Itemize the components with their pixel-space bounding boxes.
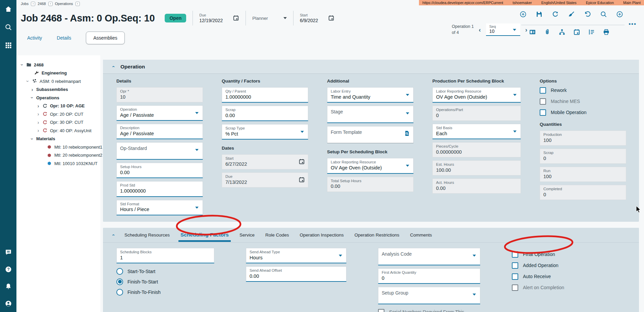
scrap-field[interactable]: Scrap 0.00 [222, 106, 308, 121]
tree-item-operations[interactable]: › Operations [20, 94, 100, 102]
radio-icon[interactable] [116, 268, 123, 275]
operation-dropdown[interactable]: Operation Age / Passivate [116, 105, 203, 121]
radio-finish-to-start[interactable]: Finish-To-Start [116, 278, 214, 285]
tree-item-operation-20[interactable]: › Opr: 20 OP: CUT [20, 110, 100, 118]
tab-comments[interactable]: Comments [410, 232, 432, 238]
save-icon[interactable] [536, 11, 543, 18]
notifications-bell-icon[interactable] [5, 283, 12, 290]
tree-item-materials[interactable]: › Materials [20, 135, 100, 143]
chevron-expanded-icon[interactable]: › [25, 80, 30, 83]
chevron-expanded-icon[interactable]: › [20, 63, 24, 66]
scrap-type-dropdown[interactable]: Scrap Type % Pct [222, 124, 308, 140]
op-standard-dropdown[interactable]: Op-Standard [116, 142, 203, 160]
tree-item-material-10010[interactable]: Mtl: 10010 1032KNUT [20, 159, 100, 168]
rework-checkbox[interactable]: Rework [540, 87, 626, 94]
home-icon[interactable] [5, 5, 12, 13]
tree-item-subassemblies[interactable]: › Subassemblies [20, 86, 100, 94]
added-operation-checkbox[interactable]: Added Operation [512, 262, 602, 269]
checkbox-icon[interactable] [540, 87, 546, 94]
tab-details[interactable]: Details [57, 35, 71, 41]
radio-start-to-start[interactable]: Start-To-Start [116, 268, 214, 275]
first-article-quantity-field[interactable]: First Article Quantity 0 [378, 268, 480, 284]
chevron-collapsed-icon[interactable]: › [37, 104, 40, 108]
collapse-panel-icon[interactable]: › [110, 66, 116, 67]
planner-dropdown[interactable]: Planner [252, 16, 287, 21]
calendar-icon[interactable] [233, 15, 239, 21]
tree-view-icon[interactable] [588, 29, 595, 36]
qty-parent-field[interactable]: Qty / Parent 1.00000000 [222, 87, 308, 103]
send-ahead-type-dropdown[interactable]: Send Ahead Type Hours [246, 248, 346, 263]
checkbox-icon[interactable] [512, 262, 518, 269]
send-ahead-offset-field[interactable]: Send Ahead Offset 0.00 [246, 266, 346, 282]
breadcrumb-job-number[interactable]: 2468 [38, 2, 46, 6]
detail-card-icon[interactable] [529, 29, 536, 36]
tree-item-operation-30[interactable]: › Opr: 30 OP: CUT [20, 118, 100, 127]
account-icon[interactable] [5, 300, 12, 307]
tree-item-operation-40[interactable]: › Opr: 40 OP: AssyUnit [20, 126, 100, 135]
chevron-collapsed-icon[interactable]: › [31, 87, 34, 92]
checkbox-icon[interactable] [540, 109, 546, 116]
setup-hours-field[interactable]: Setup Hours 0.00 [116, 163, 203, 178]
scheduling-blocks-field[interactable]: Scheduling Blocks 1 [116, 248, 214, 263]
add-icon[interactable] [616, 11, 623, 18]
apps-grid-icon[interactable] [5, 42, 12, 49]
chevron-collapsed-icon[interactable]: › [37, 112, 40, 116]
chat-icon[interactable] [5, 249, 12, 256]
new-record-icon[interactable] [520, 11, 527, 18]
attachments-icon[interactable] [544, 29, 551, 36]
breadcrumb-chevron-icon[interactable]: › [75, 2, 80, 6]
tree-item-engineering[interactable]: Engineering [20, 69, 100, 77]
chevron-collapsed-icon[interactable]: › [37, 128, 40, 133]
print-icon[interactable] [603, 29, 610, 36]
stage-dropdown[interactable]: Stage [327, 106, 414, 123]
std-format-dropdown[interactable]: Std Format Hours / Piece [116, 200, 203, 215]
due-date-field[interactable]: Due 12/19/2022 [199, 13, 239, 23]
radio-finish-to-finish[interactable]: Finish-To-Finish [116, 289, 214, 296]
tab-scheduling-factors[interactable]: Scheduling Factors [180, 232, 229, 238]
lookup-search-icon[interactable] [404, 130, 410, 137]
tab-assemblies[interactable]: Assemblies [86, 32, 125, 44]
tree-item-material-20[interactable]: Mtl: 20 rebelcomponent2 [20, 151, 100, 160]
checkbox-icon[interactable] [512, 273, 518, 280]
final-operation-checkbox[interactable]: Final Operation [512, 251, 602, 258]
search-icon[interactable] [5, 23, 12, 31]
prod-std-field[interactable]: Prod Std 1.00000000 [116, 181, 203, 197]
mobile-operation-checkbox[interactable]: Mobile Operation [540, 109, 626, 116]
std-basis-dropdown[interactable]: Std Basis Each [432, 124, 521, 139]
tab-scheduling-resources[interactable]: Scheduling Resources [124, 232, 170, 238]
analysis-code-dropdown[interactable]: Analysis Code [378, 248, 480, 265]
labor-entry-dropdown[interactable]: Labor Entry Time and Quantity [327, 87, 414, 103]
breadcrumb-chevron-icon[interactable]: › [31, 2, 35, 6]
chevron-collapsed-icon[interactable]: › [37, 120, 40, 125]
tab-role-codes[interactable]: Role Codes [265, 232, 289, 238]
tree-item-assembly[interactable]: › ASM: 0 rebelmanpart [20, 77, 100, 86]
radio-selected-icon[interactable] [116, 278, 123, 285]
seq-dropdown[interactable]: Seq 10 [486, 23, 520, 36]
clear-broom-icon[interactable] [568, 11, 575, 18]
overflow-menu-icon[interactable]: ••• [629, 21, 637, 28]
auto-receive-checkbox[interactable]: Auto Receive [512, 273, 602, 280]
tree-item-material-10[interactable]: Mtl: 10 rebelcomponent1 [20, 143, 100, 151]
scheduling-calendar-icon[interactable] [573, 29, 580, 36]
tab-operation-restrictions[interactable]: Operation Restrictions [355, 232, 399, 238]
description-field[interactable]: Description Age / Passivate [116, 124, 203, 139]
chevron-expanded-icon[interactable]: › [30, 137, 35, 141]
start-date-field[interactable]: Start 6/9/2022 [300, 13, 335, 23]
setup-labor-reporting-resource-dropdown[interactable]: Labor Reporting Resource OV Age Oven (Ou… [327, 158, 414, 173]
breadcrumb-chevron-icon[interactable]: › [48, 2, 53, 6]
calendar-icon[interactable] [328, 15, 334, 21]
previous-record-icon[interactable]: ‹ [479, 26, 481, 34]
tree-item-operation-10[interactable]: › Opr: 10 OP: AGE [20, 102, 100, 110]
help-icon[interactable] [5, 266, 12, 273]
chevron-expanded-icon[interactable]: › [30, 96, 35, 99]
checkbox-icon[interactable] [512, 251, 518, 258]
undo-icon[interactable] [584, 11, 591, 18]
tab-service[interactable]: Service [239, 232, 255, 238]
tab-activity[interactable]: Activity [27, 35, 42, 41]
tab-operation-inspections[interactable]: Operation Inspections [300, 232, 344, 238]
breadcrumb-jobs[interactable]: Jobs [21, 2, 29, 6]
next-record-icon[interactable]: › [525, 26, 527, 34]
setup-group-dropdown[interactable]: Setup Group [378, 287, 480, 304]
tree-item-job[interactable]: › 2468 [20, 61, 100, 69]
refresh-icon[interactable] [552, 11, 559, 18]
